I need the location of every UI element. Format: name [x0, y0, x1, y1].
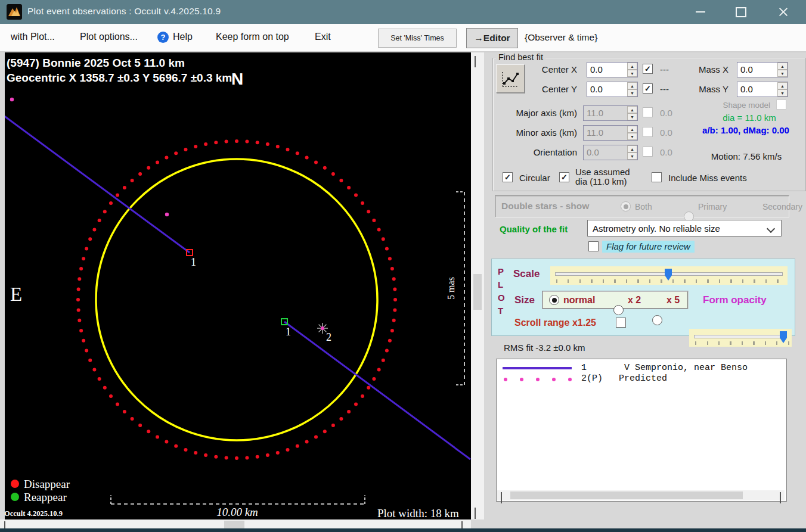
- quality-combobox[interactable]: Astrometry only. No reliable size: [587, 220, 782, 237]
- scale-slider[interactable]: [550, 266, 788, 285]
- uncertainty-dot: [377, 228, 381, 231]
- mass-x-spin-down[interactable]: ▼: [777, 70, 788, 77]
- mas-scale-label: 5 mas: [446, 277, 456, 300]
- orientation-checkbox[interactable]: [643, 147, 653, 157]
- uncertainty-dot: [138, 424, 142, 427]
- motion-readout: Motion: 7.56 km/s: [693, 151, 800, 161]
- scroll-up-button[interactable]: [475, 57, 476, 68]
- plot-canvas[interactable]: 112(5947) Bonnie 2025 Oct 5 11.0 kmGeoce…: [5, 52, 471, 519]
- chevron-right-icon: [780, 492, 781, 503]
- double-stars-panel: Double stars - show Both Primary Seconda…: [495, 195, 789, 217]
- center-y-lock-checkbox[interactable]: ✓: [643, 83, 653, 94]
- major-axis-checkbox[interactable]: [643, 107, 653, 117]
- major-axis-spin-up[interactable]: ▲: [627, 106, 637, 113]
- uncertainty-dot: [296, 444, 299, 448]
- marker-label: 2: [326, 331, 331, 343]
- uncertainty-dot: [354, 194, 358, 197]
- center-x-input[interactable]: 0.0 ▲▼: [587, 62, 638, 77]
- menu-exit[interactable]: Exit: [315, 32, 331, 42]
- list-horizontal-scrollbar: [497, 490, 785, 500]
- scroll-down-button[interactable]: [475, 509, 476, 519]
- menu-help[interactable]: Help: [173, 32, 193, 42]
- size-normal-radio[interactable]: [549, 295, 559, 305]
- mass-y-spin-up[interactable]: ▲: [777, 82, 788, 89]
- uncertainty-dot: [245, 140, 249, 144]
- uncertainty-dot: [385, 247, 389, 251]
- predicted-center-marker: [321, 326, 324, 330]
- list-scroll-left-button[interactable]: [501, 493, 502, 504]
- center-x-spin-down[interactable]: ▼: [627, 70, 637, 77]
- chevron-down-icon: [475, 508, 476, 519]
- flag-review-checkbox[interactable]: [588, 241, 599, 251]
- mass-y-input[interactable]: 0.0 ▲▼: [737, 82, 788, 97]
- orientation-value: 0.0: [584, 145, 627, 160]
- uncertainty-dot: [390, 267, 394, 270]
- size-x2-radio[interactable]: [613, 305, 624, 315]
- circular-checkbox[interactable]: ✓: [503, 172, 513, 182]
- set-miss-times-button[interactable]: Set 'Miss' Times: [378, 29, 457, 48]
- scale-slider-thumb[interactable]: [665, 269, 672, 281]
- orientation-spin-down[interactable]: ▼: [627, 153, 637, 160]
- menu-plot-options[interactable]: Plot options...: [80, 32, 138, 42]
- uncertainty-dot: [174, 444, 178, 448]
- center-y-spin-up[interactable]: ▲: [627, 82, 637, 89]
- uncertainty-dot: [92, 368, 96, 372]
- list-scroll-right-button[interactable]: [780, 493, 781, 504]
- east-label: E: [10, 284, 22, 305]
- minor-axis-input[interactable]: 11.0 ▲▼: [583, 125, 638, 141]
- uncertainty-dot: [361, 394, 364, 398]
- size-label: Size: [514, 294, 535, 306]
- mass-y-value[interactable]: 0.0: [737, 82, 777, 97]
- size-x5-radio[interactable]: [652, 315, 662, 325]
- close-button[interactable]: [773, 3, 793, 21]
- uncertainty-dot: [88, 237, 92, 241]
- version-label: Occult 4.2025.10.9: [5, 509, 63, 518]
- shape-model-checkbox[interactable]: [776, 99, 786, 110]
- menubar: with Plot... Plot options... ? Help Keep…: [0, 24, 806, 52]
- center-x-lock-checkbox[interactable]: ✓: [643, 64, 653, 74]
- uncertainty-dot: [79, 267, 83, 270]
- uncertainty-dot: [138, 172, 142, 176]
- mass-x-spin-up[interactable]: ▲: [777, 63, 788, 70]
- uncertainty-dot: [331, 424, 335, 427]
- minimize-button[interactable]: [690, 3, 711, 21]
- uncertainty-dot: [235, 139, 238, 143]
- include-miss-checkbox[interactable]: [652, 172, 662, 182]
- uncertainty-dot: [76, 298, 80, 301]
- scroll-range-checkbox[interactable]: [616, 318, 626, 328]
- list-scroll-thumb[interactable]: [510, 491, 743, 499]
- maximize-button[interactable]: [731, 3, 751, 21]
- uncertainty-dot: [88, 359, 92, 362]
- mass-x-input[interactable]: 0.0 ▲▼: [737, 62, 788, 77]
- editor-button[interactable]: →Editor: [466, 28, 518, 48]
- vertical-scroll-thumb[interactable]: [473, 274, 482, 310]
- center-y-spin-down[interactable]: ▼: [627, 89, 637, 97]
- menu-keep-on-top[interactable]: Keep form on top: [216, 32, 289, 42]
- marker-label: 1: [286, 326, 291, 338]
- center-y-value[interactable]: 0.0: [587, 82, 627, 97]
- center-x-value[interactable]: 0.0: [587, 63, 627, 77]
- minor-axis-aux: 0.0: [660, 127, 672, 138]
- observation-chord: [284, 322, 470, 459]
- center-x-spin-up[interactable]: ▲: [627, 63, 637, 70]
- uncertainty-dot: [156, 435, 159, 438]
- orientation-input[interactable]: 0.0 ▲▼: [583, 145, 638, 160]
- use-assumed-dia-checkbox[interactable]: ✓: [559, 172, 569, 182]
- major-axis-input[interactable]: 11.0 ▲▼: [583, 105, 638, 121]
- major-axis-spin-down[interactable]: ▼: [627, 113, 637, 120]
- minor-axis-checkbox[interactable]: [643, 127, 653, 137]
- horizontal-scroll-thumb[interactable]: [224, 521, 244, 528]
- form-opacity-slider[interactable]: [689, 329, 792, 347]
- center-y-input[interactable]: 0.0 ▲▼: [587, 82, 638, 97]
- minor-axis-spin-up[interactable]: ▲: [627, 126, 637, 133]
- mass-x-value[interactable]: 0.0: [737, 63, 777, 77]
- minor-axis-spin-down[interactable]: ▼: [627, 133, 637, 140]
- chord-list-box[interactable]: 1 V Sempronio, near Benso 2(P) Predicted: [496, 359, 787, 502]
- combo-chevron-icon: [767, 225, 775, 233]
- orientation-spin-up[interactable]: ▲: [627, 145, 637, 153]
- mass-y-spin-down[interactable]: ▼: [777, 89, 788, 97]
- dia-readout: dia = 11.0 km: [699, 113, 800, 123]
- menu-with-plot[interactable]: with Plot...: [11, 32, 55, 42]
- double-stars-both-radio[interactable]: [621, 201, 631, 211]
- plot-vertical-label: P L O T: [498, 265, 505, 318]
